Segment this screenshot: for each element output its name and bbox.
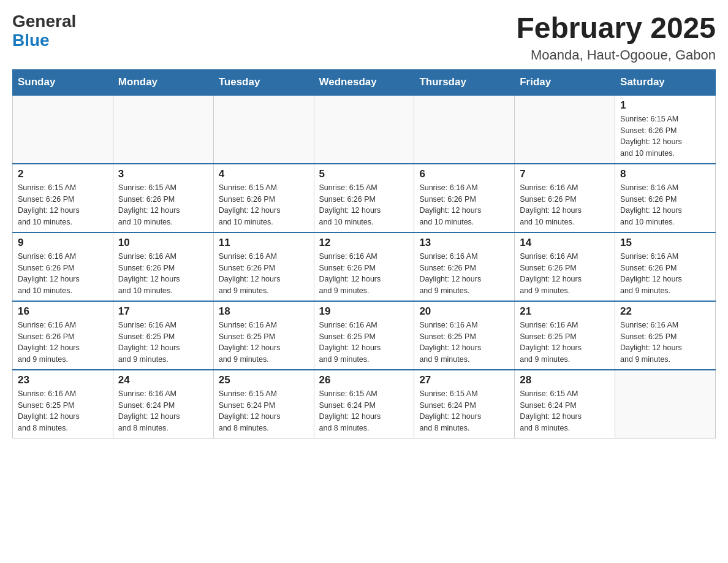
day-info: Sunrise: 6:16 AM Sunset: 6:26 PM Dayligh…	[18, 251, 108, 297]
day-number: 22	[620, 305, 710, 318]
day-number: 24	[118, 374, 208, 386]
day-number: 9	[18, 237, 108, 249]
day-number: 19	[319, 305, 409, 318]
calendar-cell: 10Sunrise: 6:16 AM Sunset: 6:26 PM Dayli…	[113, 232, 213, 301]
day-info: Sunrise: 6:16 AM Sunset: 6:26 PM Dayligh…	[620, 251, 710, 297]
day-number: 11	[219, 237, 309, 249]
day-info: Sunrise: 6:15 AM Sunset: 6:24 PM Dayligh…	[319, 388, 409, 434]
calendar-week-row: 23Sunrise: 6:16 AM Sunset: 6:25 PM Dayli…	[13, 370, 716, 439]
calendar-cell: 7Sunrise: 6:16 AM Sunset: 6:26 PM Daylig…	[515, 164, 615, 232]
calendar-cell: 21Sunrise: 6:16 AM Sunset: 6:25 PM Dayli…	[515, 301, 615, 370]
calendar-week-row: 16Sunrise: 6:16 AM Sunset: 6:26 PM Dayli…	[13, 301, 716, 370]
weekday-header-sunday: Sunday	[13, 69, 113, 95]
day-info: Sunrise: 6:16 AM Sunset: 6:26 PM Dayligh…	[520, 251, 610, 297]
calendar-cell: 9Sunrise: 6:16 AM Sunset: 6:26 PM Daylig…	[13, 232, 113, 301]
weekday-header-monday: Monday	[113, 69, 213, 95]
calendar-cell: 26Sunrise: 6:15 AM Sunset: 6:24 PM Dayli…	[314, 370, 414, 439]
calendar-table: SundayMondayTuesdayWednesdayThursdayFrid…	[12, 69, 716, 439]
day-number: 7	[520, 168, 610, 180]
day-number: 20	[419, 305, 509, 318]
day-number: 21	[520, 305, 610, 318]
logo-blue: Blue	[12, 31, 76, 50]
calendar-week-row: 2Sunrise: 6:15 AM Sunset: 6:26 PM Daylig…	[13, 164, 716, 232]
calendar-cell	[213, 95, 314, 164]
calendar-cell	[615, 370, 716, 439]
calendar-cell: 20Sunrise: 6:16 AM Sunset: 6:25 PM Dayli…	[414, 301, 515, 370]
day-info: Sunrise: 6:15 AM Sunset: 6:24 PM Dayligh…	[419, 388, 509, 434]
calendar-cell	[314, 95, 414, 164]
day-number: 6	[419, 168, 509, 180]
calendar-cell: 6Sunrise: 6:16 AM Sunset: 6:26 PM Daylig…	[414, 164, 515, 232]
calendar-week-row: 1Sunrise: 6:15 AM Sunset: 6:26 PM Daylig…	[13, 95, 716, 164]
day-number: 2	[18, 168, 108, 180]
day-number: 10	[118, 237, 208, 249]
calendar-cell	[13, 95, 113, 164]
day-info: Sunrise: 6:15 AM Sunset: 6:26 PM Dayligh…	[18, 182, 108, 228]
calendar-cell: 15Sunrise: 6:16 AM Sunset: 6:26 PM Dayli…	[615, 232, 716, 301]
day-info: Sunrise: 6:16 AM Sunset: 6:25 PM Dayligh…	[419, 320, 509, 366]
calendar-cell: 11Sunrise: 6:16 AM Sunset: 6:26 PM Dayli…	[213, 232, 314, 301]
day-number: 12	[319, 237, 409, 249]
logo-general: General	[12, 12, 76, 31]
calendar-cell: 25Sunrise: 6:15 AM Sunset: 6:24 PM Dayli…	[213, 370, 314, 439]
weekday-header-wednesday: Wednesday	[314, 69, 414, 95]
calendar-cell: 27Sunrise: 6:15 AM Sunset: 6:24 PM Dayli…	[414, 370, 515, 439]
calendar-cell: 8Sunrise: 6:16 AM Sunset: 6:26 PM Daylig…	[615, 164, 716, 232]
calendar-cell: 13Sunrise: 6:16 AM Sunset: 6:26 PM Dayli…	[414, 232, 515, 301]
calendar-cell: 19Sunrise: 6:16 AM Sunset: 6:25 PM Dayli…	[314, 301, 414, 370]
day-info: Sunrise: 6:16 AM Sunset: 6:24 PM Dayligh…	[118, 388, 208, 434]
day-info: Sunrise: 6:15 AM Sunset: 6:26 PM Dayligh…	[319, 182, 409, 228]
calendar-cell: 18Sunrise: 6:16 AM Sunset: 6:25 PM Dayli…	[213, 301, 314, 370]
day-number: 17	[118, 305, 208, 318]
calendar-cell	[113, 95, 213, 164]
calendar-cell: 28Sunrise: 6:15 AM Sunset: 6:24 PM Dayli…	[515, 370, 615, 439]
day-info: Sunrise: 6:16 AM Sunset: 6:26 PM Dayligh…	[620, 182, 710, 228]
day-info: Sunrise: 6:15 AM Sunset: 6:24 PM Dayligh…	[520, 388, 610, 434]
calendar-cell: 1Sunrise: 6:15 AM Sunset: 6:26 PM Daylig…	[615, 95, 716, 164]
day-number: 25	[219, 374, 309, 386]
day-number: 1	[620, 99, 710, 112]
day-info: Sunrise: 6:16 AM Sunset: 6:25 PM Dayligh…	[118, 320, 208, 366]
weekday-header-tuesday: Tuesday	[213, 69, 314, 95]
calendar-cell	[515, 95, 615, 164]
day-info: Sunrise: 6:16 AM Sunset: 6:26 PM Dayligh…	[520, 182, 610, 228]
location-title: Moanda, Haut-Ogooue, Gabon	[516, 47, 716, 63]
calendar-cell: 17Sunrise: 6:16 AM Sunset: 6:25 PM Dayli…	[113, 301, 213, 370]
day-number: 3	[118, 168, 208, 180]
day-info: Sunrise: 6:16 AM Sunset: 6:26 PM Dayligh…	[118, 251, 208, 297]
day-number: 15	[620, 237, 710, 249]
calendar-cell: 2Sunrise: 6:15 AM Sunset: 6:26 PM Daylig…	[13, 164, 113, 232]
day-info: Sunrise: 6:16 AM Sunset: 6:26 PM Dayligh…	[18, 320, 108, 366]
weekday-header-friday: Friday	[515, 69, 615, 95]
day-number: 8	[620, 168, 710, 180]
weekday-header-thursday: Thursday	[414, 69, 515, 95]
day-info: Sunrise: 6:16 AM Sunset: 6:26 PM Dayligh…	[419, 182, 509, 228]
day-info: Sunrise: 6:16 AM Sunset: 6:25 PM Dayligh…	[18, 388, 108, 434]
day-info: Sunrise: 6:15 AM Sunset: 6:26 PM Dayligh…	[219, 182, 309, 228]
page-header: General Blue February 2025 Moanda, Haut-…	[12, 12, 716, 63]
day-info: Sunrise: 6:16 AM Sunset: 6:25 PM Dayligh…	[319, 320, 409, 366]
day-number: 13	[419, 237, 509, 249]
day-number: 26	[319, 374, 409, 386]
logo: General Blue	[12, 12, 76, 50]
calendar-cell: 3Sunrise: 6:15 AM Sunset: 6:26 PM Daylig…	[113, 164, 213, 232]
day-info: Sunrise: 6:15 AM Sunset: 6:26 PM Dayligh…	[118, 182, 208, 228]
title-block: February 2025 Moanda, Haut-Ogooue, Gabon	[516, 12, 716, 63]
day-info: Sunrise: 6:16 AM Sunset: 6:25 PM Dayligh…	[620, 320, 710, 366]
day-number: 18	[219, 305, 309, 318]
month-title: February 2025	[516, 12, 716, 45]
calendar-cell: 16Sunrise: 6:16 AM Sunset: 6:26 PM Dayli…	[13, 301, 113, 370]
calendar-cell: 22Sunrise: 6:16 AM Sunset: 6:25 PM Dayli…	[615, 301, 716, 370]
calendar-cell: 23Sunrise: 6:16 AM Sunset: 6:25 PM Dayli…	[13, 370, 113, 439]
day-number: 14	[520, 237, 610, 249]
day-number: 23	[18, 374, 108, 386]
day-info: Sunrise: 6:15 AM Sunset: 6:24 PM Dayligh…	[219, 388, 309, 434]
day-info: Sunrise: 6:16 AM Sunset: 6:25 PM Dayligh…	[219, 320, 309, 366]
calendar-week-row: 9Sunrise: 6:16 AM Sunset: 6:26 PM Daylig…	[13, 232, 716, 301]
day-number: 5	[319, 168, 409, 180]
day-number: 4	[219, 168, 309, 180]
day-info: Sunrise: 6:16 AM Sunset: 6:25 PM Dayligh…	[520, 320, 610, 366]
calendar-cell: 12Sunrise: 6:16 AM Sunset: 6:26 PM Dayli…	[314, 232, 414, 301]
day-number: 28	[520, 374, 610, 386]
calendar-cell: 24Sunrise: 6:16 AM Sunset: 6:24 PM Dayli…	[113, 370, 213, 439]
